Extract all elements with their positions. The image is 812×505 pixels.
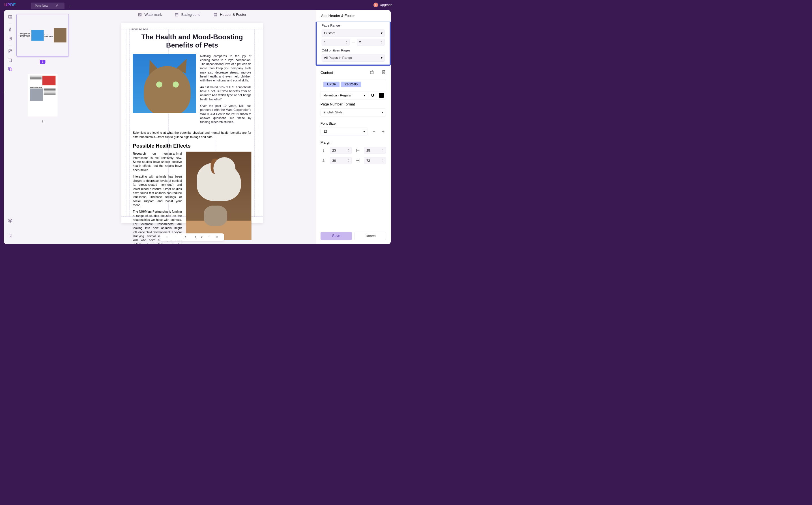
paragraph: An estimated 68% of U.S. households have… <box>200 85 252 102</box>
page-thumbnail-1[interactable]: The Health and Mood-BoostingBenefits of … <box>16 14 69 57</box>
chevron-down-icon: ▾ <box>381 111 383 115</box>
pencil-icon[interactable] <box>55 4 58 8</box>
annotate-tool-icon[interactable] <box>7 27 13 32</box>
margin-bottom-icon <box>320 157 327 163</box>
page-number-format-select[interactable]: English Style▾ <box>320 108 386 116</box>
tab-background[interactable]: Background <box>175 13 200 17</box>
font-color-button[interactable] <box>377 91 386 99</box>
margin-right-icon <box>355 157 361 163</box>
save-button[interactable]: Save <box>320 232 352 240</box>
header-footer-preview: UPDF22-12-05 <box>130 28 148 31</box>
section-heading: Possible Health Effects <box>133 143 251 149</box>
cat-image <box>133 54 196 113</box>
layers-icon[interactable] <box>7 218 13 223</box>
font-select[interactable]: Helvetica - Regular▾ <box>320 92 368 99</box>
thumbnail-panel: The Health and Mood-BoostingBenefits of … <box>16 10 69 244</box>
app-logo: UPDF <box>5 3 16 7</box>
font-size-decrease[interactable]: − <box>372 129 377 134</box>
page-badge-1: 1 <box>40 60 45 64</box>
svg-rect-7 <box>370 71 373 73</box>
svg-rect-1 <box>9 68 12 71</box>
margin-left-icon <box>355 147 361 154</box>
page-input[interactable] <box>182 235 190 239</box>
page-tools-icon[interactable] <box>7 66 13 71</box>
svg-rect-4 <box>175 13 178 14</box>
paragraph: Nothing compares to the joy of coming ho… <box>200 54 252 82</box>
panel-title: Add Header & Footer <box>321 14 385 18</box>
page-number-2: 2 <box>42 120 43 123</box>
chevron-down-icon: ▾ <box>381 56 383 60</box>
margin-top-icon <box>320 147 327 154</box>
page-number-format-label: Page Number Format <box>320 102 386 107</box>
content-chip-updf[interactable]: UPDF <box>323 82 340 87</box>
new-tab-button[interactable]: + <box>69 3 72 8</box>
collapse-dot-icon[interactable] <box>4 91 6 93</box>
paragraph: Over the past 10 years, NIH has partnere… <box>200 104 252 124</box>
crop-tool-icon[interactable] <box>7 57 13 63</box>
reader-tool-icon[interactable] <box>7 14 13 20</box>
total-pages: 2 <box>200 235 202 239</box>
document-tab[interactable]: Pets-New <box>31 3 64 9</box>
content-label: Content <box>320 71 333 75</box>
margin-label: Margin <box>320 141 386 145</box>
step-down-icon[interactable]: ▼ <box>346 42 348 44</box>
cancel-button[interactable]: Cancel <box>354 232 386 240</box>
paragraph: Interacting with animals has been shown … <box>133 175 182 207</box>
tab-header-footer[interactable]: Header & Footer <box>213 13 246 17</box>
range-to-input[interactable]: 2▲▼ <box>357 39 385 45</box>
tab-watermark[interactable]: Watermark <box>138 13 162 17</box>
margin-right-input[interactable]: 72▲▼ <box>364 157 386 164</box>
content-chip-date[interactable]: 22-12-05 <box>341 82 361 87</box>
step-down-icon[interactable]: ▼ <box>381 42 383 44</box>
page-thumbnail-2[interactable]: Animals Helping People <box>28 74 58 117</box>
page-range-label: Page Range <box>322 24 385 28</box>
last-page-icon[interactable] <box>216 235 219 239</box>
upgrade-button[interactable]: Upgrade <box>380 3 392 7</box>
content-chips[interactable]: UPDF 22-12-05 <box>320 79 386 91</box>
page-navigator: / 2 <box>160 233 224 241</box>
margin-bottom-input[interactable]: 36▲▼ <box>330 157 352 164</box>
user-avatar[interactable]: L <box>374 3 378 7</box>
edit-tool-icon[interactable] <box>7 36 13 41</box>
range-dash <box>352 42 355 42</box>
paragraph: Research on human-animal interactions is… <box>133 152 182 172</box>
chevron-down-icon: ▾ <box>364 93 365 97</box>
font-size-select[interactable]: 12▾ <box>320 128 368 136</box>
paragraph: Scientists are looking at what the poten… <box>133 131 251 139</box>
chevron-down-icon: ▾ <box>381 31 383 35</box>
odd-even-select[interactable]: All Pages in Range▾ <box>322 54 385 61</box>
next-page-icon[interactable] <box>208 235 211 239</box>
svg-rect-0 <box>8 67 11 70</box>
svg-rect-5 <box>214 13 217 16</box>
step-up-icon[interactable]: ▲ <box>381 41 383 42</box>
odd-even-label: Odd or Even Pages <box>322 48 385 52</box>
page-range-select[interactable]: Custom▾ <box>322 29 385 37</box>
font-size-increase[interactable]: + <box>381 129 386 134</box>
document-title: The Health and Mood-Boosting Benefits of… <box>133 33 251 49</box>
prev-page-icon[interactable] <box>174 235 177 239</box>
margin-top-input[interactable]: 23▲▼ <box>330 147 352 154</box>
margin-left-input[interactable]: 25▲▼ <box>364 147 386 154</box>
underline-button[interactable]: U <box>368 91 377 99</box>
first-page-icon[interactable] <box>166 235 169 239</box>
bookmark-icon[interactable] <box>7 233 13 238</box>
step-up-icon[interactable]: ▲ <box>346 41 348 42</box>
chevron-down-icon: ▾ <box>363 130 365 134</box>
dog-cat-image <box>186 152 251 240</box>
document-page: UPDF22-12-05 The Health and Mood-Boostin… <box>121 23 263 223</box>
tab-name: Pets-New <box>35 4 48 8</box>
organize-tool-icon[interactable] <box>7 48 13 54</box>
font-size-label: Font Size <box>320 121 386 126</box>
insert-page-icon[interactable] <box>381 70 386 74</box>
range-from-input[interactable]: 1▲▼ <box>322 39 350 45</box>
insert-date-icon[interactable] <box>370 70 374 74</box>
